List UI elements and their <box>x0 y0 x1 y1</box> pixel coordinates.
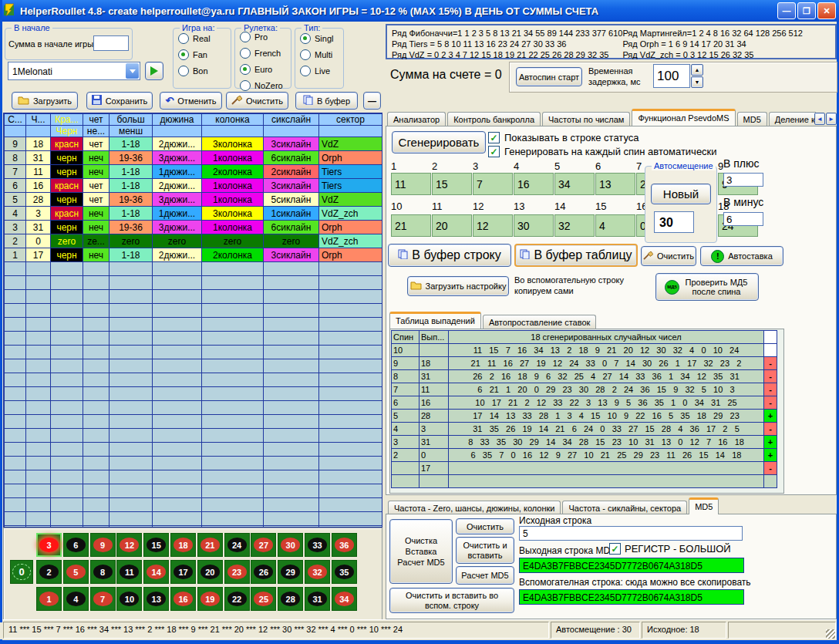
radio-option-multi[interactable]: Multi <box>300 48 343 61</box>
to-buffer-button[interactable]: В буфер <box>295 92 358 110</box>
bottom-tab-1[interactable]: Частота - Zero, шансы, дюжины, колонки <box>388 501 561 514</box>
collapse-button[interactable]: — <box>363 92 381 110</box>
board-number-18[interactable]: 18 <box>170 533 196 557</box>
board-number-23[interactable]: 23 <box>224 560 250 584</box>
board-number-36[interactable]: 36 <box>332 533 357 557</box>
board-number-3[interactable]: 3 <box>36 533 62 557</box>
bottom-tab-3[interactable]: MD5 <box>689 497 719 514</box>
radio-icon[interactable] <box>240 80 251 91</box>
delay-spinner[interactable]: ▲ ▼ <box>691 64 703 88</box>
spinner-up-icon[interactable]: ▲ <box>691 64 703 76</box>
tab-2[interactable]: Контроль банкролла <box>447 112 541 126</box>
radio-option-singl[interactable]: Singl <box>300 32 343 45</box>
tab-6[interactable]: Деление ко <box>769 112 816 126</box>
maximize-button[interactable]: ❐ <box>797 2 816 19</box>
board-number-35[interactable]: 35 <box>332 560 357 584</box>
spinner-down-icon[interactable]: ▼ <box>691 76 703 88</box>
radio-icon[interactable] <box>300 33 311 44</box>
board-number-12[interactable]: 12 <box>116 533 142 557</box>
auto-generate-checkbox[interactable]: ✓ Генерировать на каждый спин автоматиче… <box>488 146 717 157</box>
board-number-31[interactable]: 31 <box>305 587 330 611</box>
board-number-4[interactable]: 4 <box>63 587 89 611</box>
board-number-5[interactable]: 5 <box>63 560 89 584</box>
board-number-10[interactable]: 10 <box>116 587 142 611</box>
board-number-1[interactable]: 1 <box>36 587 62 611</box>
buffer-table-button[interactable]: В буфер таблицу <box>514 244 638 267</box>
radio-option-fan[interactable]: Fan <box>178 48 231 61</box>
close-button[interactable]: ✕ <box>817 2 836 19</box>
radio-icon[interactable] <box>178 66 189 76</box>
tab-scroll-right-icon[interactable]: ► <box>826 113 837 125</box>
board-number-13[interactable]: 13 <box>143 587 169 611</box>
board-number-33[interactable]: 33 <box>305 533 330 557</box>
tab-4[interactable]: Функционал PsevdoMS <box>632 109 735 126</box>
load-button[interactable]: Загрузить <box>12 92 78 110</box>
md5-clear-button[interactable]: Очистить <box>456 518 514 534</box>
subtab-1[interactable]: Таблица выпадений <box>389 312 481 329</box>
board-number-21[interactable]: 21 <box>197 533 223 557</box>
md5-big-button[interactable]: Очистка Вставка Расчет MD5 <box>389 519 453 584</box>
board-number-28[interactable]: 28 <box>278 587 303 611</box>
md5-calc-button[interactable]: Расчет MD5 <box>456 566 514 585</box>
preset-combobox[interactable]: 1Melonati <box>8 62 140 80</box>
bottom-tab-2[interactable]: Частота - сиклайны, сектора <box>562 501 687 514</box>
combobox-dropdown-icon[interactable] <box>126 63 139 79</box>
radio-icon[interactable] <box>300 66 311 76</box>
minus-input[interactable] <box>723 212 763 226</box>
plus-input[interactable] <box>723 173 763 187</box>
check-md5-button[interactable]: МД5 Проверить МД5 после спина <box>655 273 759 301</box>
minimize-button[interactable]: — <box>777 2 796 19</box>
clear-button[interactable]: Очистить <box>226 92 288 110</box>
autoshift-value[interactable]: 30 <box>654 211 694 233</box>
md5-source-input[interactable]: 5 <box>519 526 743 541</box>
show-status-checkbox[interactable]: ✓ Показывать в строке статуса <box>488 132 639 143</box>
board-number-24[interactable]: 24 <box>224 533 250 557</box>
board-number-9[interactable]: 9 <box>90 533 116 557</box>
delay-value[interactable]: 100 <box>653 64 690 88</box>
md5-case-checkbox[interactable]: ✓ РЕГИСТР - БОЛЬШОЙ <box>609 543 731 555</box>
board-number-11[interactable]: 11 <box>116 560 142 584</box>
tab-1[interactable]: Анализатор <box>387 112 446 126</box>
generate-button[interactable]: Сгенерировать <box>392 131 486 153</box>
board-number-32[interactable]: 32 <box>305 560 330 584</box>
buffer-row-button[interactable]: В буфер строку <box>388 244 511 267</box>
new-shift-button[interactable]: Новый <box>651 184 711 204</box>
tab-3[interactable]: Частоты по числам <box>542 112 630 126</box>
board-number-15[interactable]: 15 <box>143 533 169 557</box>
radio-icon[interactable] <box>240 48 251 59</box>
tab-scroll-left-icon[interactable]: ◄ <box>814 113 825 125</box>
radio-icon[interactable] <box>178 49 189 60</box>
run-preset-button[interactable] <box>145 62 163 80</box>
clear-generated-button[interactable]: Очистить <box>641 246 696 266</box>
radio-option-french[interactable]: French <box>240 46 291 59</box>
board-number-2[interactable]: 2 <box>36 560 62 584</box>
start-sum-input[interactable] <box>93 35 129 51</box>
radio-icon[interactable] <box>240 32 251 42</box>
radio-icon[interactable] <box>178 33 189 44</box>
board-number-8[interactable]: 8 <box>90 560 116 584</box>
board-number-27[interactable]: 27 <box>251 533 276 557</box>
md5-clear-insert-aux-button[interactable]: Очистить и вставить во вспом. строку <box>389 588 514 613</box>
board-number-30[interactable]: 30 <box>278 533 303 557</box>
board-number-17[interactable]: 17 <box>170 560 196 584</box>
radio-icon[interactable] <box>240 64 251 75</box>
board-number-20[interactable]: 20 <box>197 560 223 584</box>
resize-grip[interactable] <box>826 629 835 639</box>
board-number-14[interactable]: 14 <box>143 560 169 584</box>
board-number-7[interactable]: 7 <box>90 587 116 611</box>
radio-option-nozero[interactable]: NoZero <box>240 79 291 92</box>
board-number-26[interactable]: 26 <box>251 560 276 584</box>
board-number-19[interactable]: 19 <box>197 587 223 611</box>
load-settings-button[interactable]: Загрузить настройку <box>407 276 509 296</box>
radio-icon[interactable] <box>300 49 311 60</box>
radio-option-real[interactable]: Real <box>178 32 231 45</box>
autospin-start-button[interactable]: Автоспин старт <box>516 67 582 86</box>
board-number-34[interactable]: 34 <box>332 587 357 611</box>
save-button[interactable]: Сохранить <box>86 92 153 110</box>
radio-option-live[interactable]: Live <box>300 64 343 77</box>
autobet-button[interactable]: ! Автоставка <box>700 246 783 266</box>
subtab-2[interactable]: Автопроставление ставок <box>483 315 596 329</box>
board-number-25[interactable]: 25 <box>251 587 276 611</box>
radio-option-euro[interactable]: Euro <box>240 62 291 76</box>
board-number-6[interactable]: 6 <box>63 533 89 557</box>
